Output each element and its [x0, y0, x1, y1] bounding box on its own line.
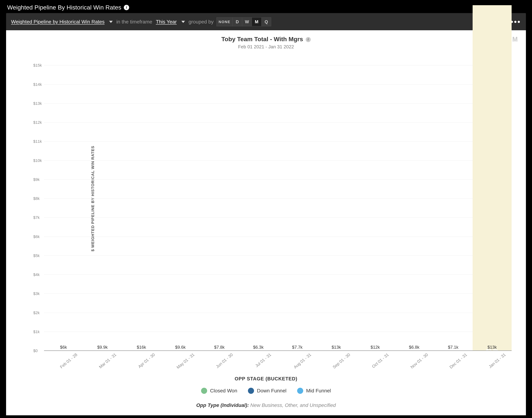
y-tick-label: $2k	[33, 311, 40, 315]
bar-total-label: $7.8k	[214, 345, 225, 350]
info-icon[interactable]: i	[124, 5, 129, 10]
bar-total-label: $6.3k	[253, 345, 264, 350]
group-week[interactable]: W	[242, 17, 252, 26]
y-tick-label: $8k	[33, 196, 40, 201]
group-month[interactable]: M	[252, 17, 262, 26]
bar-total-label: $16k	[137, 345, 146, 350]
page-title: Weighted Pipeline By Historical Win Rate…	[7, 4, 121, 11]
y-tick-label: $6k	[33, 234, 40, 239]
bar-total-label: $9.6k	[175, 345, 186, 350]
timeframe-prefix: in the timeframe	[116, 19, 152, 25]
group-buttons: NONE D W M Q	[216, 17, 271, 26]
y-tick-label: $10k	[33, 158, 42, 163]
chart-footer: OPP STAGE (BUCKETED) Closed Won Down Fun…	[6, 376, 526, 408]
y-tick-label: $15k	[33, 63, 42, 68]
chart-panel: Toby Team Total - With Mgrs i Feb 01 202…	[6, 30, 526, 415]
legend-item-mid-funnel[interactable]: Mid Funnel	[297, 388, 331, 394]
timeframe-selector[interactable]: This Year	[156, 19, 177, 25]
y-tick-label: $7k	[33, 215, 40, 220]
legend: Closed Won Down Funnel Mid Funnel	[6, 388, 526, 394]
legend-item-closed-won[interactable]: Closed Won	[201, 388, 237, 394]
bar-total-label: $6k	[60, 345, 67, 350]
group-day[interactable]: D	[233, 17, 242, 26]
info-icon[interactable]: i	[306, 37, 311, 42]
bar-total-label: $7.1k	[448, 345, 458, 350]
y-tick-label: $1k	[33, 329, 40, 334]
group-quarter[interactable]: Q	[262, 17, 271, 26]
plot-area: $ WEIGHTED PIPELINE BY HISTORICAL WIN RA…	[33, 46, 512, 351]
grouped-by-label: grouped by	[188, 19, 214, 25]
metric-selector[interactable]: Weighted Pipeline by Historical Win Rate…	[11, 19, 104, 25]
swatch-icon	[297, 388, 303, 394]
x-axis-line	[44, 350, 512, 351]
chevron-down-icon[interactable]	[109, 21, 113, 23]
y-tick-label: $9k	[33, 177, 40, 182]
bar-total-label: $13k	[488, 345, 497, 350]
more-menu-icon[interactable]: •••	[510, 17, 521, 26]
x-axis-title: OPP STAGE (BUCKETED)	[6, 376, 526, 382]
header: Weighted Pipeline By Historical Win Rate…	[0, 0, 532, 13]
y-tick-label: $0	[33, 348, 38, 353]
chevron-down-icon[interactable]	[181, 21, 185, 23]
bar-total-label: $7.7k	[292, 345, 303, 350]
in-progress-band: IN PROGRESS	[473, 5, 512, 351]
y-tick-label: $4k	[33, 272, 40, 277]
y-tick-label: $5k	[33, 253, 40, 258]
y-tick-label: $14k	[33, 82, 42, 87]
filter-bar: Weighted Pipeline by Historical Win Rate…	[6, 13, 526, 31]
legend-item-down-funnel[interactable]: Down Funnel	[248, 388, 286, 394]
y-tick-label: $3k	[33, 291, 40, 296]
swatch-icon	[201, 388, 207, 394]
swatch-icon	[248, 388, 254, 394]
chart-title: Toby Team Total - With Mgrs	[221, 36, 303, 42]
bar-total-label: $6.8k	[409, 345, 420, 350]
bar-total-label: $9.9k	[97, 345, 108, 350]
bar-total-label: $12k	[371, 345, 380, 350]
bar-total-label: $13k	[332, 345, 341, 350]
y-tick-label: $13k	[33, 101, 42, 106]
y-tick-label: $12k	[33, 120, 42, 125]
bars-layer: IN PROGRESS$6k$6kFeb 01 - 28$9.9k$9.9kMa…	[44, 46, 512, 351]
group-none[interactable]: NONE	[216, 17, 233, 26]
caption: Opp Type (Individual): New Business, Oth…	[6, 402, 526, 408]
y-tick-label: $11k	[33, 139, 42, 144]
